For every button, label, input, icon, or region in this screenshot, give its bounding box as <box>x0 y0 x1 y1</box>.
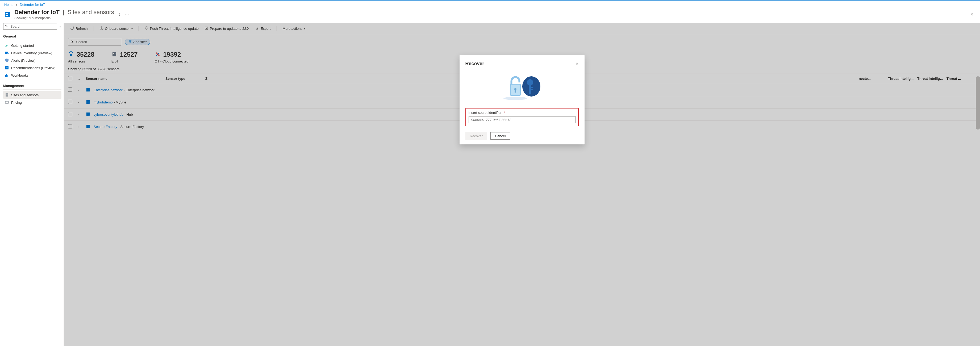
devices-icon <box>5 51 9 55</box>
required-icon: * <box>503 111 505 115</box>
sidebar-item-label: Workbooks <box>11 73 29 77</box>
page-title-main: Defender for IoT <box>14 9 60 16</box>
secret-field-group: Insert secret identifier * <box>465 108 579 126</box>
svg-rect-1 <box>6 13 6 14</box>
sidebar-item-label: Getting started <box>11 44 34 48</box>
main-content: Refresh Onboard sensor ▾ Push Threat Int… <box>64 23 980 346</box>
svg-rect-2 <box>7 13 8 14</box>
breadcrumb: Home › Defender for IoT <box>0 0 980 8</box>
svg-rect-14 <box>6 94 6 94</box>
page-title-sub: Sites and sensors <box>68 9 114 16</box>
secret-identifier-input[interactable] <box>469 116 576 123</box>
sidebar-item-label: Recommendations (Preview) <box>11 66 56 70</box>
svg-rect-16 <box>5 101 8 104</box>
page-header: Defender for IoT | Sites and sensors Sho… <box>0 8 980 23</box>
pin-icon[interactable] <box>118 12 121 17</box>
sidebar-item-pricing[interactable]: Pricing <box>3 99 61 106</box>
sidebar-group-general: General <box>3 34 61 40</box>
sidebar-item-sites-sensors[interactable]: Sites and sensors <box>3 91 61 99</box>
more-icon[interactable]: ⋯ <box>125 13 129 16</box>
app-icon <box>4 11 12 18</box>
svg-rect-8 <box>6 67 8 67</box>
sidebar-collapse-icon[interactable]: « <box>60 24 61 29</box>
sidebar: 🔍︎ « General Getting started Device inve… <box>0 23 64 346</box>
svg-rect-9 <box>6 68 8 69</box>
svg-rect-35 <box>531 87 533 88</box>
modal-overlay: Recover ✕ <box>64 23 980 346</box>
sidebar-item-getting-started[interactable]: Getting started <box>3 42 61 49</box>
secret-field-label: Insert secret identifier <box>469 111 501 115</box>
breadcrumb-sep-icon: › <box>16 3 17 6</box>
svg-rect-13 <box>6 93 8 97</box>
pricing-icon <box>5 100 9 105</box>
recover-button[interactable]: Recover <box>465 132 487 140</box>
sidebar-item-alerts[interactable]: Alerts (Preview) <box>3 57 61 64</box>
sidebar-item-workbooks[interactable]: Workbooks <box>3 72 61 79</box>
sidebar-group-management: Management <box>3 84 61 89</box>
list-icon <box>5 66 9 70</box>
svg-rect-31 <box>515 90 516 92</box>
svg-rect-4 <box>7 15 8 16</box>
chart-icon <box>5 73 9 77</box>
svg-rect-15 <box>7 94 8 94</box>
modal-title: Recover <box>465 61 484 67</box>
svg-rect-6 <box>7 53 9 54</box>
sidebar-item-label: Pricing <box>11 100 22 105</box>
shield-icon <box>5 58 9 62</box>
search-icon: 🔍︎ <box>5 24 8 28</box>
cancel-button[interactable]: Cancel <box>490 132 510 140</box>
sidebar-item-recommendations[interactable]: Recommendations (Preview) <box>3 64 61 72</box>
svg-rect-36 <box>531 89 533 90</box>
sidebar-search-input[interactable] <box>3 23 57 30</box>
building-icon <box>5 93 9 97</box>
svg-rect-11 <box>6 74 7 77</box>
sidebar-item-label: Device inventory (Preview) <box>11 51 52 55</box>
close-blade-icon[interactable]: ✕ <box>970 12 976 17</box>
svg-point-30 <box>514 88 517 90</box>
rocket-icon <box>5 43 9 48</box>
svg-rect-3 <box>6 15 6 16</box>
svg-rect-12 <box>8 75 8 77</box>
modal-close-icon[interactable]: ✕ <box>575 61 579 66</box>
sidebar-item-device-inventory[interactable]: Device inventory (Preview) <box>3 49 61 57</box>
sidebar-item-label: Alerts (Preview) <box>11 59 36 62</box>
page-subtitle: Showing 99 subscriptions <box>14 16 114 20</box>
breadcrumb-home[interactable]: Home <box>4 3 14 6</box>
breadcrumb-current[interactable]: Defender for IoT <box>20 3 45 6</box>
svg-point-33 <box>527 79 533 86</box>
recover-modal: Recover ✕ <box>460 55 585 144</box>
sidebar-item-label: Sites and sensors <box>11 93 38 97</box>
svg-point-27 <box>503 97 527 100</box>
svg-rect-0 <box>5 12 10 17</box>
modal-illustration <box>465 67 579 108</box>
svg-rect-10 <box>5 75 6 77</box>
